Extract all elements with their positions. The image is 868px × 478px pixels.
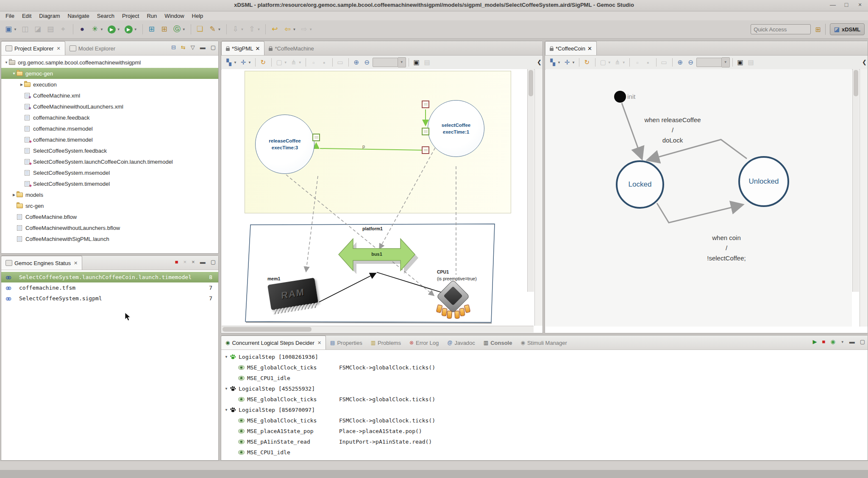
menu-navigate[interactable]: Navigate bbox=[64, 12, 93, 20]
dropdown-caret-icon[interactable]: ▼ bbox=[134, 28, 137, 31]
export-image-icon[interactable]: ▣ bbox=[412, 57, 422, 67]
tree-item-execution[interactable]: ▶execution bbox=[1, 79, 218, 90]
dropdown-caret-icon[interactable]: ▼ bbox=[622, 61, 626, 64]
debug-button[interactable]: ✳▼ bbox=[89, 23, 105, 36]
export-image-icon[interactable]: ▣ bbox=[735, 57, 746, 67]
quick-access-input[interactable] bbox=[751, 24, 811, 34]
transition-locked-to-unlocked[interactable] bbox=[657, 203, 742, 223]
expander-expanded-icon[interactable]: ▼ bbox=[4, 61, 9, 64]
vertical-scrollbar[interactable] bbox=[852, 69, 859, 292]
dataflow-connection[interactable] bbox=[316, 109, 426, 150]
tab-concurrent-logical-steps-decider[interactable]: ◉Concurrent Logical Steps Decider✕ bbox=[221, 335, 326, 349]
maximize-icon[interactable]: ▢ bbox=[211, 44, 216, 51]
close-button[interactable]: × bbox=[856, 1, 864, 8]
menu-diagram[interactable]: Diagram bbox=[35, 12, 64, 20]
run-button[interactable]: ▶▼ bbox=[106, 23, 122, 36]
view-menu-icon[interactable]: ▽ bbox=[191, 44, 195, 51]
tree-item-gemoc-gen[interactable]: ▼gemoc-gen bbox=[1, 68, 218, 79]
zoom-combo-caret-icon[interactable]: ▼ bbox=[722, 57, 730, 67]
tree-item-coffemachine-timemodel[interactable]: ◆coffemachine.timemodel bbox=[1, 134, 218, 145]
expander-collapsed-icon[interactable]: ▶ bbox=[19, 83, 24, 87]
tree-item-coffemachine-msemodel[interactable]: coffemachine.msemodel bbox=[1, 123, 218, 134]
tree-item-coffeemachinewithoutlaunchers-xml[interactable]: ✳CoffeeMachinewithoutLaunchers.xml bbox=[1, 101, 218, 112]
open-perspective-icon[interactable]: ⊞ bbox=[815, 25, 821, 34]
dropdown-caret-icon[interactable]: ▼ bbox=[841, 340, 844, 344]
new-model-button[interactable]: ⊞ bbox=[159, 23, 170, 36]
new-gemoc-project-button[interactable]: ⊞ bbox=[146, 23, 158, 36]
back-button[interactable]: ⇦▼ bbox=[281, 23, 297, 36]
run-last-button[interactable]: ▶▼ bbox=[122, 23, 139, 36]
tab-coffeecoin[interactable]: *CoffeeCoin ✕ bbox=[545, 41, 597, 55]
menu-edit[interactable]: Edit bbox=[18, 12, 35, 20]
step-icon[interactable]: ▶ bbox=[813, 338, 817, 345]
zoom-combo-caret-icon[interactable]: ▼ bbox=[398, 57, 406, 67]
tree-item-models[interactable]: ▶models bbox=[1, 189, 218, 200]
minimize-icon[interactable]: ▬ bbox=[200, 44, 206, 51]
zoom-level-combo[interactable] bbox=[373, 58, 398, 67]
input-port-selectcoffee-top[interactable] bbox=[422, 101, 429, 108]
tab-error-log[interactable]: ⊗Error Log bbox=[405, 336, 443, 349]
input-port-selectcoffee-mid[interactable] bbox=[422, 128, 429, 135]
mse-event-row[interactable]: MSE_globalClock_ticksFSMClock->globalClo… bbox=[221, 362, 868, 373]
expander-expanded-icon[interactable]: ▼ bbox=[224, 387, 229, 391]
layout-icon[interactable]: ▚▼ bbox=[224, 57, 238, 67]
dropdown-caret-icon[interactable]: ▼ bbox=[218, 28, 221, 31]
dropdown-caret-icon[interactable]: ▼ bbox=[241, 28, 244, 31]
stop-icon[interactable]: ■ bbox=[822, 338, 826, 345]
zoom-level-combo[interactable] bbox=[696, 58, 722, 67]
close-icon[interactable]: ✕ bbox=[56, 46, 60, 51]
remove-all-engines-icon[interactable]: × bbox=[192, 259, 195, 266]
attach-debugger-button[interactable]: ● bbox=[76, 23, 88, 36]
refresh-icon[interactable]: ↻ bbox=[582, 57, 592, 67]
tab-stimuli-manager[interactable]: ◉Stimuli Manager bbox=[516, 336, 571, 349]
collapsed-palette[interactable] bbox=[860, 69, 868, 327]
tab-console[interactable]: ▥Console bbox=[479, 336, 517, 349]
maximize-button[interactable]: □ bbox=[843, 1, 850, 8]
menu-run[interactable]: Run bbox=[143, 12, 161, 20]
palette-toggle-icon[interactable]: ❮ bbox=[537, 59, 542, 65]
actor-selectcoffee[interactable]: selectCoffee execTime:1 bbox=[428, 100, 484, 157]
menu-file[interactable]: File bbox=[2, 12, 18, 20]
stop-engine-icon[interactable]: ■ bbox=[175, 259, 178, 266]
zoom-in-icon[interactable]: ⊕ bbox=[351, 57, 362, 67]
dropdown-caret-icon[interactable]: ▼ bbox=[182, 28, 186, 31]
link-with-editor-icon[interactable]: ⇆ bbox=[181, 44, 186, 51]
dropdown-caret-icon[interactable]: ▼ bbox=[284, 61, 287, 64]
new-wizard-button[interactable]: ▣▼ bbox=[3, 23, 18, 36]
tree-item-coffeemachine-xml[interactable]: ✳CoffeeMachine.xml bbox=[1, 90, 218, 101]
dropdown-caret-icon[interactable]: ▼ bbox=[572, 61, 575, 64]
tree-item-selectcoffeesystem-timemodel[interactable]: ◆SelectCoffeeSystem.timemodel bbox=[1, 178, 218, 189]
engine-row[interactable]: ⚙⚙SelectCoffeeSystem.sigpml7 bbox=[1, 293, 218, 304]
sigpml-canvas[interactable]: releaseCoffee execTime:3 selectCoffee ex… bbox=[222, 69, 534, 327]
dropdown-caret-icon[interactable]: ▼ bbox=[100, 28, 103, 31]
tab-coffeemachine[interactable]: *CoffeeMachine bbox=[264, 42, 318, 55]
mse-event-row[interactable]: MSE_CPU1_idle bbox=[221, 373, 868, 383]
menu-search[interactable]: Search bbox=[93, 12, 118, 20]
tab-properties[interactable]: ▤Properties bbox=[326, 336, 367, 349]
minimize-icon[interactable]: ▬ bbox=[200, 259, 206, 266]
initial-state[interactable] bbox=[614, 91, 626, 103]
dropdown-caret-icon[interactable]: ▼ bbox=[117, 28, 120, 31]
input-port-selectcoffee-bottom[interactable] bbox=[422, 146, 429, 154]
maximize-icon[interactable]: ▢ bbox=[211, 259, 216, 266]
tab-sigpml[interactable]: *SigPML ✕ bbox=[221, 41, 264, 55]
vertical-scrollbar[interactable] bbox=[527, 69, 534, 292]
minimize-button[interactable]: — bbox=[829, 1, 837, 8]
expander-expanded-icon[interactable]: ▼ bbox=[11, 72, 17, 75]
logical-step-row[interactable]: ▼LogicalStep [856970097] bbox=[221, 405, 868, 415]
tree-item-selectcoffeesystem-launchcoffeecoin-launch-timemodel[interactable]: ◆SelectCoffeeSystem.launchCoffeeCoin.lau… bbox=[1, 156, 218, 167]
logical-step-row[interactable]: ▼LogicalStep [455255932] bbox=[221, 383, 868, 394]
mse-event-row[interactable]: MSE_placeA1State_popPlace->placeA1State.… bbox=[221, 426, 868, 436]
close-icon[interactable]: ✕ bbox=[317, 340, 321, 346]
dropdown-caret-icon[interactable]: ▼ bbox=[257, 28, 260, 31]
zoom-in-icon[interactable]: ⊕ bbox=[675, 57, 685, 67]
dropdown-caret-icon[interactable]: ▼ bbox=[14, 28, 17, 31]
layout-icon[interactable]: ▚▼ bbox=[548, 57, 562, 67]
actor-releasecoffee[interactable]: releaseCoffee execTime:3 bbox=[255, 115, 314, 174]
state-locked[interactable]: Locked bbox=[616, 160, 664, 209]
dropdown-caret-icon[interactable]: ▼ bbox=[608, 61, 611, 64]
tree-item-org-gemoc-sample-bcool-coffeemachinewithsigpml[interactable]: ▼org.gemoc.sample.bcool.coffeemachinewit… bbox=[1, 57, 218, 68]
menu-window[interactable]: Window bbox=[161, 12, 188, 20]
close-icon[interactable]: ✕ bbox=[74, 260, 78, 266]
mse-event-row[interactable]: MSE_globalClock_ticksFSMClock->globalClo… bbox=[221, 394, 868, 405]
